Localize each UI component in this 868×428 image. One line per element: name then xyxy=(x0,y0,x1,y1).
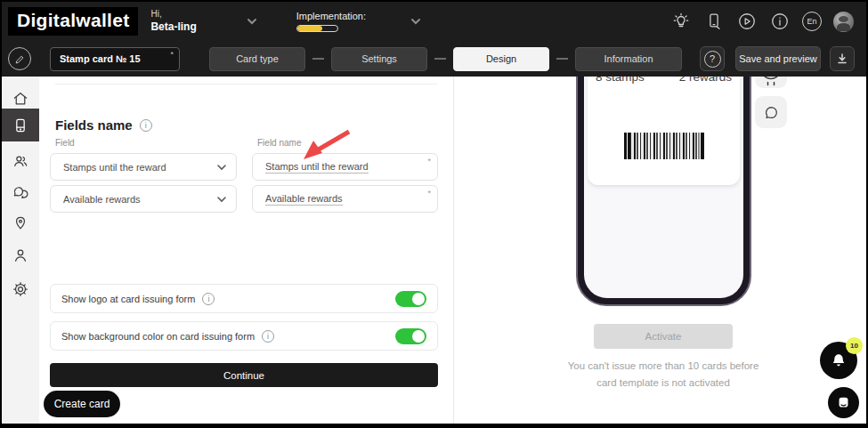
implementation-progress-bar xyxy=(296,25,338,32)
download-button[interactable] xyxy=(830,46,855,71)
required-marker: * xyxy=(427,157,431,166)
play-video-icon[interactable] xyxy=(736,11,758,32)
stamps-stat: STAMPS UNTIL THE REWA... 8 stamps xyxy=(596,77,660,84)
messenger-icon xyxy=(836,395,851,410)
help-button[interactable]: ? xyxy=(700,46,725,71)
messenger-button[interactable] xyxy=(828,387,859,418)
sidebar-item-clients[interactable] xyxy=(2,148,39,174)
toggle-row-show-logo: Show logo at card issuing form i xyxy=(50,284,438,313)
user-avatar[interactable] xyxy=(833,12,854,32)
field-name-input-stamps[interactable]: Stamps until the reward * xyxy=(252,153,438,181)
field-name-column-label: Field name xyxy=(257,138,301,148)
dropdown-value: Stamps until the reward xyxy=(63,162,166,173)
dropdown-value: Available rewards xyxy=(63,194,141,205)
card-toolbar: Stamp card № 15 * Card type Settings Des… xyxy=(2,41,866,77)
rewards-stat: AVAILABLE REWARDS 2 rewards xyxy=(679,77,732,84)
app-window: Digitalwallet Hi, Beta-ling Implementati… xyxy=(0,0,868,428)
header-icons: En xyxy=(670,11,854,32)
info-icon[interactable] xyxy=(769,11,791,32)
card-stats: STAMPS UNTIL THE REWA... 8 stamps AVAILA… xyxy=(588,77,740,84)
field-dropdown-rewards[interactable]: Available rewards xyxy=(50,185,237,213)
input-value: Stamps until the reward xyxy=(265,161,369,174)
save-and-preview-button[interactable]: Save and preview xyxy=(735,46,821,71)
sidebar-item-profile[interactable] xyxy=(2,242,39,269)
phone-mockup: ★ ★ ★ ★ ★ STAMPS UNTIL THE REWA... 8 sta… xyxy=(576,77,751,306)
show-background-toggle[interactable] xyxy=(395,328,426,344)
field-name-input-rewards[interactable]: Available rewards * xyxy=(252,185,438,213)
speech-bubble-icon xyxy=(763,104,780,121)
design-form-panel: Fields name i Field Field name Stamps un… xyxy=(39,77,454,424)
user-menu-chevron-down-icon[interactable] xyxy=(243,12,261,30)
toggle-label: Show background color on card issuing fo… xyxy=(61,331,255,342)
tab-settings[interactable]: Settings xyxy=(331,47,427,71)
sidebar-item-locations[interactable] xyxy=(2,210,39,237)
required-marker: * xyxy=(170,50,174,59)
continue-button[interactable]: Continue xyxy=(50,363,438,387)
stamps-stat-value: 8 stamps xyxy=(596,77,660,84)
fields-info-icon[interactable]: i xyxy=(140,119,152,132)
gear-icon xyxy=(12,280,29,298)
sidebar-item-settings[interactable] xyxy=(2,276,39,303)
fields-name-title: Fields name xyxy=(55,117,133,133)
activate-button[interactable]: Activate xyxy=(594,324,733,349)
show-logo-toggle[interactable] xyxy=(395,291,426,307)
location-pin-icon xyxy=(12,214,29,232)
user-icon xyxy=(12,246,29,264)
implementation-chevron-down-icon[interactable] xyxy=(407,12,425,30)
app-logo: Digitalwallet xyxy=(8,7,138,36)
question-mark-icon: ? xyxy=(704,51,721,68)
step-connector xyxy=(556,58,568,60)
chat-icon xyxy=(12,184,29,202)
section-divider xyxy=(55,84,437,85)
notification-badge: 10 xyxy=(846,337,863,354)
home-icon xyxy=(12,90,29,108)
fields-name-heading: Fields name i xyxy=(55,117,152,133)
card-icon xyxy=(12,117,29,134)
barcode xyxy=(624,133,704,159)
note-line-1: You can't issue more than 10 cards befor… xyxy=(512,358,815,375)
activation-note: You can't issue more than 10 cards befor… xyxy=(512,358,815,392)
field-dropdown-stamps[interactable]: Stamps until the reward xyxy=(50,153,237,181)
idea-lightbulb-icon[interactable] xyxy=(670,11,692,32)
language-selector[interactable]: En xyxy=(802,12,822,31)
sidebar-item-chats[interactable] xyxy=(2,180,39,206)
greeting-username: Beta-ling xyxy=(150,20,196,34)
left-sidebar xyxy=(2,77,39,424)
greeting-hi: Hi, xyxy=(150,9,196,20)
note-line-2: card template is not activated xyxy=(512,375,815,392)
comment-icon-button[interactable] xyxy=(755,96,787,128)
implementation-label: Implementation: xyxy=(296,11,366,21)
partially-visible-icon-button[interactable] xyxy=(755,77,787,88)
chevron-down-icon xyxy=(216,162,227,173)
chevron-down-icon xyxy=(216,194,227,205)
download-icon xyxy=(835,52,849,66)
toggle-label: Show logo at card issuing form xyxy=(61,294,195,304)
mobile-device-icon[interactable] xyxy=(703,11,725,32)
tab-card-type[interactable]: Card type xyxy=(209,47,305,71)
create-card-button[interactable]: Create card xyxy=(44,391,120,417)
user-greeting: Hi, Beta-ling xyxy=(150,9,196,34)
input-value: Available rewards xyxy=(265,193,343,206)
step-tabs: Card type Settings Design Information xyxy=(209,47,682,71)
toggle-info-icon[interactable]: i xyxy=(202,293,215,305)
sidebar-item-cards[interactable] xyxy=(2,109,39,141)
toggle-info-icon[interactable]: i xyxy=(262,330,274,343)
field-column-label: Field xyxy=(55,138,75,148)
step-connector xyxy=(434,58,446,60)
tab-information[interactable]: Information xyxy=(575,47,682,71)
tab-design[interactable]: Design xyxy=(453,47,549,71)
top-header: Digitalwallet Hi, Beta-ling Implementati… xyxy=(2,2,866,41)
card-name-input[interactable]: Stamp card № 15 * xyxy=(50,47,180,71)
required-marker: * xyxy=(427,189,431,198)
clients-icon xyxy=(12,152,29,170)
piggy-bank-icon xyxy=(760,77,782,88)
phone-screen: ★ ★ ★ ★ ★ STAMPS UNTIL THE REWA... 8 sta… xyxy=(584,77,743,298)
preview-card: ★ ★ ★ ★ ★ STAMPS UNTIL THE REWA... 8 sta… xyxy=(588,77,740,185)
card-name-value: Stamp card № 15 xyxy=(60,53,141,64)
implementation-widget: Implementation: xyxy=(296,11,366,32)
rewards-stat-value: 2 rewards xyxy=(679,77,732,84)
card-preview-panel: ★ ★ ★ ★ ★ STAMPS UNTIL THE REWA... 8 sta… xyxy=(455,77,866,424)
toggle-row-show-background: Show background color on card issuing fo… xyxy=(50,321,438,351)
edit-pencil-icon[interactable] xyxy=(8,47,31,70)
bell-icon xyxy=(830,351,848,369)
